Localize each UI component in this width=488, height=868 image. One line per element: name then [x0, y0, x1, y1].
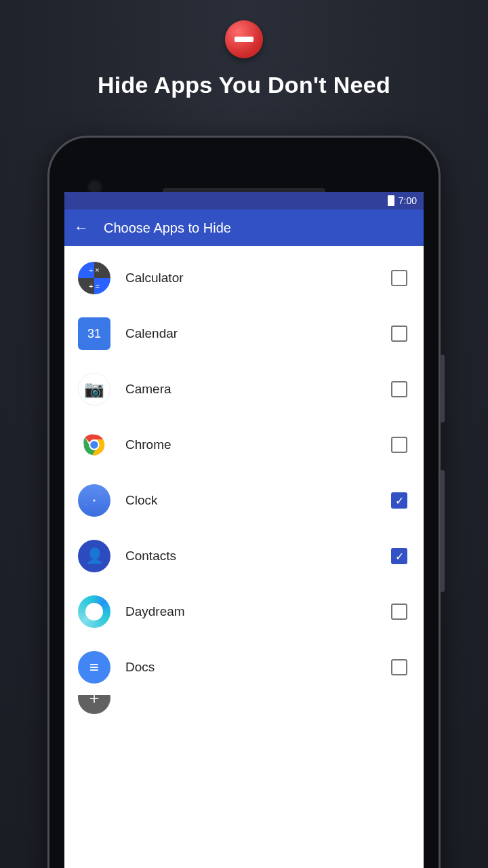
promo-banner: Hide Apps You Don't Need [0, 20, 488, 98]
phone-side-button [440, 355, 445, 422]
app-label: Calculator [125, 271, 391, 285]
app-row-contacts[interactable]: 👤 Contacts ✓ [64, 528, 424, 584]
app-row-partial[interactable]: ＋ [64, 695, 424, 715]
checkbox[interactable] [391, 437, 407, 453]
battery-icon [388, 195, 394, 206]
checkbox[interactable] [391, 381, 407, 397]
calculator-icon [78, 262, 110, 294]
daydream-icon [78, 595, 110, 628]
checkbox[interactable]: ✓ [391, 548, 407, 564]
back-icon[interactable]: ← [74, 219, 89, 237]
checkbox[interactable] [391, 659, 407, 675]
app-label: Chrome [125, 437, 391, 452]
app-label: Docs [125, 660, 391, 675]
screen: 7:00 ← Choose Apps to Hide Calculator 31… [64, 192, 424, 868]
checkbox[interactable] [391, 604, 407, 620]
app-label: Camera [125, 382, 391, 397]
app-label: Contacts [125, 549, 391, 564]
docs-icon: ≡ [78, 651, 110, 684]
contacts-icon: 👤 [78, 540, 110, 572]
app-row-clock[interactable]: Clock ✓ [64, 473, 424, 528]
toolbar-title: Choose Apps to Hide [104, 220, 231, 236]
phone-frame: 7:00 ← Choose Apps to Hide Calculator 31… [47, 136, 441, 868]
app-label: Clock [125, 493, 391, 508]
no-entry-icon [225, 20, 263, 58]
app-list[interactable]: Calculator 31 Calendar 📷 Camera Chrome [64, 246, 424, 868]
checkbox[interactable]: ✓ [391, 492, 407, 509]
status-time: 7:00 [399, 195, 417, 206]
camera-icon: 📷 [78, 373, 110, 406]
app-row-calculator[interactable]: Calculator [64, 250, 424, 306]
checkbox[interactable] [391, 270, 407, 286]
chrome-icon [78, 429, 110, 461]
checkbox[interactable] [391, 326, 407, 342]
status-bar: 7:00 [64, 192, 424, 210]
app-row-calendar[interactable]: 31 Calendar [64, 306, 424, 361]
calendar-icon: 31 [78, 317, 110, 350]
clock-icon [78, 484, 110, 517]
app-label: Daydream [125, 604, 391, 619]
banner-title: Hide Apps You Don't Need [0, 72, 488, 98]
phone-side-button [440, 470, 445, 592]
app-row-camera[interactable]: 📷 Camera [64, 361, 424, 417]
app-label: Calendar [125, 326, 391, 341]
app-row-docs[interactable]: ≡ Docs [64, 639, 424, 695]
app-row-chrome[interactable]: Chrome [64, 417, 424, 473]
toolbar: ← Choose Apps to Hide [64, 210, 424, 246]
app-row-daydream[interactable]: Daydream [64, 584, 424, 639]
download-icon: ＋ [78, 695, 110, 714]
